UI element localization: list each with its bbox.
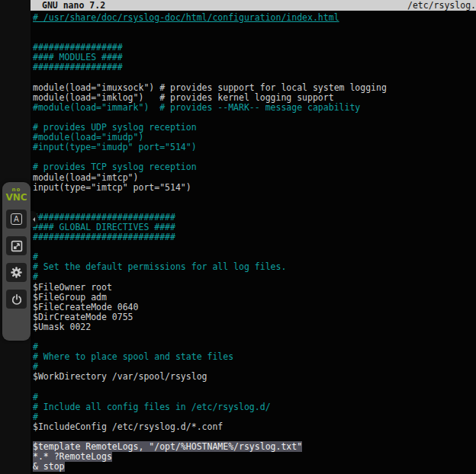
editor-line: # Include all config files in /etc/rsysl… — [33, 402, 476, 412]
keyboard-a-icon: A — [11, 213, 22, 225]
editor-line: *.* ?RemoteLogs — [33, 452, 476, 462]
nano-filename: /etc/rsyslog. — [407, 0, 476, 11]
vnc-control-bar: no VNC A — [2, 182, 31, 341]
editor-line: & stop — [33, 462, 476, 472]
terminal-window: GNU nano 7.2 /etc/rsyslog. # /usr/share/… — [31, 0, 476, 474]
file-content[interactable]: # /usr/share/doc/rsyslog-doc/html/config… — [31, 11, 476, 472]
editor-line: #module(load="immark") # provides --MARK… — [33, 103, 476, 113]
editor-line: $IncludeConfig /etc/rsyslog.d/*.conf — [33, 422, 476, 432]
editor-line: $WorkDirectory /var/spool/rsyslog — [33, 372, 476, 382]
nano-version: GNU nano 7.2 — [31, 0, 105, 11]
editor-line: input(type="imtcp" port="514") — [33, 183, 476, 193]
novnc-logo-large: VNC — [5, 193, 27, 202]
power-button[interactable] — [6, 290, 27, 309]
editor-line: $Umask 0022 — [33, 322, 476, 332]
nano-titlebar: GNU nano 7.2 /etc/rsyslog. — [31, 0, 476, 11]
editor-line — [33, 193, 476, 203]
editor-line: ################# — [33, 62, 476, 72]
editor-line — [33, 242, 476, 252]
editor-line: # Where to place spool and state files — [33, 352, 476, 362]
fullscreen-icon — [11, 240, 23, 252]
settings-button[interactable] — [6, 263, 27, 282]
editor-line: ########################### — [33, 232, 476, 242]
editor-line — [33, 332, 476, 342]
power-icon — [11, 293, 23, 306]
editor-line — [33, 23, 476, 33]
editor-line: #input(type="imudp" port="514") — [33, 143, 476, 152]
control-bar-handle[interactable] — [31, 211, 37, 227]
extra-keys-button[interactable]: A — [6, 210, 27, 229]
collapse-arrow-icon — [31, 217, 35, 222]
novnc-logo: no VNC — [5, 187, 27, 202]
editor-line — [33, 382, 476, 392]
gear-icon — [10, 266, 23, 279]
editor-line: $DirCreateMode 0755 — [33, 312, 476, 322]
desktop: GNU nano 7.2 /etc/rsyslog. # /usr/share/… — [0, 0, 476, 474]
editor-line: # Set the default permissions for all lo… — [33, 262, 476, 272]
fullscreen-button[interactable] — [6, 236, 27, 255]
editor-line: # /usr/share/doc/rsyslog-doc/html/config… — [33, 13, 476, 23]
